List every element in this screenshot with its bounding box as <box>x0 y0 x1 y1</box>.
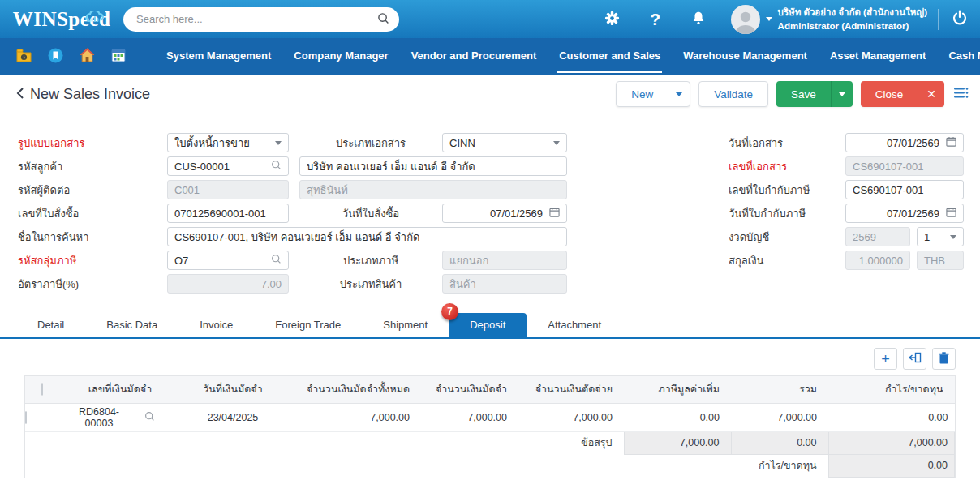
tax-type-value: แยกนอก <box>449 252 488 269</box>
exchange-rate-input: 1.000000 <box>845 251 910 270</box>
customer-code-label: รหัสลูกค้า <box>0 158 167 175</box>
search-icon[interactable] <box>271 160 282 173</box>
nav-item-customer-sales[interactable]: Customer and Sales <box>548 38 672 75</box>
po-number-label: เลขที่ใบสั่งซื้อ <box>0 205 167 222</box>
doc-number-label: เลขที่เอกสาร <box>722 158 845 175</box>
total-deposit-cell: 7,000.00 <box>285 403 421 431</box>
contact-code-value: C001 <box>174 184 200 196</box>
tab-deposit[interactable]: 7 Deposit <box>449 313 527 337</box>
search-name-label: ชื่อในการค้นหา <box>0 229 167 246</box>
new-button[interactable]: New <box>617 82 668 106</box>
deposit-date-cell: 23/04/2025 <box>181 403 285 431</box>
calendar-icon[interactable] <box>549 207 560 220</box>
plus-icon: + <box>881 352 890 366</box>
bookmark-icon[interactable] <box>48 48 63 66</box>
calendar-icon[interactable] <box>946 207 956 220</box>
customer-name-input[interactable]: บริษัท คอนเวเยอร์ เอ็ม แอนด์ อี จำกัด <box>299 156 567 176</box>
quick-icons <box>16 48 126 66</box>
currency-label: สกุลเงิน <box>722 252 845 269</box>
tax-invoice-number-input[interactable]: CS690107-001 <box>845 180 964 199</box>
settings-button[interactable] <box>602 11 623 28</box>
nav-item-warehouse-management[interactable]: Warehouse Management <box>672 38 819 75</box>
notifications-button[interactable] <box>688 11 709 28</box>
close-x-button[interactable]: ✕ <box>918 81 944 107</box>
question-icon: ? <box>650 11 660 28</box>
po-number-input[interactable]: 070125690001-001 <box>167 204 289 223</box>
user-menu[interactable]: บริษัท ตัวอย่าง จำกัด (สำนักงานใหญ่) Adm… <box>731 5 927 34</box>
doc-type-select[interactable]: CINN <box>442 133 567 152</box>
contact-code-input: C001 <box>167 180 289 199</box>
add-row-button[interactable]: + <box>874 348 897 370</box>
validate-button[interactable]: Validate <box>698 81 768 107</box>
company-name: บริษัท ตัวอย่าง จำกัด (สำนักงานใหญ่) <box>778 6 927 19</box>
user-role: Administrator (Administrator) <box>778 19 927 33</box>
search-icon[interactable] <box>124 411 174 424</box>
tab-detail[interactable]: Detail <box>16 313 85 337</box>
doc-number-input: CS690107-001 <box>845 156 964 176</box>
search-input[interactable] <box>136 13 377 25</box>
tab-basic-data[interactable]: Basic Data <box>85 313 178 337</box>
nav-item-cash-management[interactable]: Cash Management <box>937 38 980 75</box>
header-actions: ? บริษัท ตัวอย่าง จำกัด (สำนักงานใหญ่) A… <box>602 5 980 34</box>
search-name-input[interactable]: CS690107-001, บริษัท คอนเวเยอร์ เอ็ม แอน… <box>167 227 567 246</box>
customer-code-input[interactable]: CUS-00001 <box>167 156 289 176</box>
tax-rate-label: อัตราภาษี(%) <box>0 276 167 293</box>
doc-date-input[interactable]: 07/01/2569 <box>845 133 964 152</box>
nav-item-asset-management[interactable]: Asset Management <box>819 38 937 75</box>
tab-attachment[interactable]: Attachment <box>527 313 622 337</box>
menu-list-button[interactable] <box>954 87 969 101</box>
currency-code-value: THB <box>924 255 945 267</box>
recent-folder-icon[interactable] <box>16 49 32 65</box>
contact-name-input: สุทธินันท์ <box>299 180 567 199</box>
contact-name-value: สุทธินันท์ <box>307 182 348 199</box>
doc-date-value: 07/01/2569 <box>887 137 939 149</box>
search-icon[interactable] <box>377 12 389 27</box>
col-deposit-date: วันที่เงินมัดจำ <box>181 376 285 403</box>
contact-code-label: รหัสผู้ติดต่อ <box>0 182 167 199</box>
close-button[interactable]: Close <box>861 81 918 107</box>
home-icon[interactable] <box>80 48 95 65</box>
save-button[interactable]: Save <box>776 81 831 107</box>
doc-format-select[interactable]: ใบตั้งหนี้การขาย <box>167 133 289 152</box>
divider <box>720 9 720 30</box>
tab-invoice[interactable]: Invoice <box>178 313 254 337</box>
calendar-icon[interactable] <box>111 48 126 65</box>
tax-type-label: ประเภทภาษี <box>299 252 442 269</box>
vat-cell: 0.00 <box>624 403 731 431</box>
back-button[interactable]: New Sales Invoice <box>16 86 150 103</box>
search-icon[interactable] <box>271 254 282 267</box>
summary-vat: 7,000.00 <box>624 431 731 454</box>
save-dropdown-button[interactable] <box>831 81 853 107</box>
divider <box>677 9 677 30</box>
global-search <box>123 7 399 32</box>
period-select[interactable]: 1 <box>917 227 964 246</box>
po-date-input[interactable]: 07/01/2569 <box>442 204 567 223</box>
deposit-no-value: RD6804-00003 <box>74 406 124 429</box>
trash-icon <box>939 352 949 366</box>
col-cut-amount: จำนวนเงินตัดจ่าย <box>518 376 624 403</box>
select-deposit-button[interactable] <box>903 348 926 370</box>
user-info: บริษัท ตัวอย่าง จำกัด (สำนักงานใหญ่) Adm… <box>778 6 927 32</box>
help-button[interactable]: ? <box>645 11 666 28</box>
nav-item-vendor-procurement[interactable]: Vendor and Procurement <box>400 38 548 75</box>
app-logo[interactable]: WINSpeed <box>0 8 123 31</box>
deposit-count-badge: 7 <box>441 303 458 320</box>
grid-toolbar: + <box>24 348 956 370</box>
nav-item-company-manager[interactable]: Company Manager <box>282 38 399 75</box>
deposit-table: เลขที่เงินมัดจำ วันที่เงินมัดจำ จำนวนเงิ… <box>25 376 955 478</box>
row-select-cell <box>25 403 59 431</box>
calendar-icon[interactable] <box>946 136 956 149</box>
select-all-checkbox[interactable] <box>41 383 43 396</box>
new-dropdown-button[interactable] <box>668 82 690 106</box>
row-checkbox[interactable] <box>25 411 27 424</box>
tab-shipment[interactable]: Shipment <box>362 313 449 337</box>
tax-invoice-date-input[interactable]: 07/01/2569 <box>845 204 964 223</box>
delete-row-button[interactable] <box>932 348 956 370</box>
summary-row: ข้อสรุป 7,000.00 0.00 7,000.00 <box>25 431 955 454</box>
tax-group-input[interactable]: O7 <box>167 251 289 270</box>
tab-foreign-trade[interactable]: Foreign Trade <box>254 313 362 337</box>
logout-button[interactable] <box>949 10 970 28</box>
total-cell: 7,000.00 <box>731 403 828 431</box>
doc-number-value: CS690107-001 <box>853 161 923 173</box>
nav-item-system-management[interactable]: System Management <box>155 38 282 75</box>
